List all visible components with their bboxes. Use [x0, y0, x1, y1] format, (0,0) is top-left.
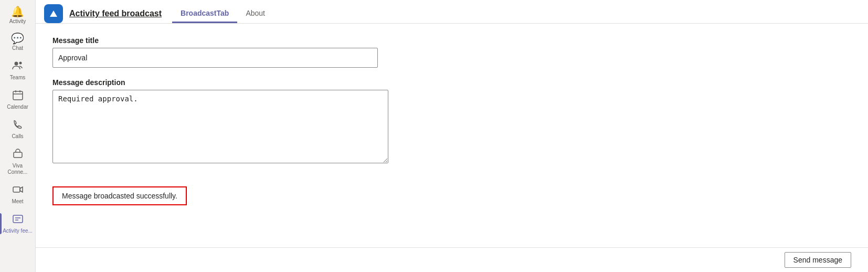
success-message-text: Message broadcasted successfully. [62, 192, 177, 200]
sidebar-item-label: Viva Conne... [2, 163, 33, 175]
sidebar-item-calendar[interactable]: Calendar [0, 85, 35, 114]
sidebar-item-label: Meet [12, 198, 23, 205]
tab-about[interactable]: About [237, 5, 273, 23]
message-description-textarea[interactable]: Required approval. [52, 90, 388, 163]
form-section: Message title Message description Requir… [52, 36, 851, 163]
svg-rect-8 [13, 215, 23, 223]
sidebar-item-chat[interactable]: 💬 Chat [0, 29, 35, 56]
sidebar-item-label: Calls [12, 133, 23, 140]
sidebar-item-activityfeed[interactable]: Activity fee... [0, 209, 35, 238]
sidebar-item-teams[interactable]: Teams [0, 56, 35, 85]
sidebar-item-label: Chat [12, 45, 23, 51]
svg-point-1 [19, 62, 22, 65]
viva-icon [12, 148, 24, 161]
tabs-container: BroadcastTab About [172, 5, 273, 23]
teams-icon [12, 60, 24, 73]
sidebar-item-label: Activity fee... [3, 228, 33, 234]
svg-point-0 [14, 62, 18, 66]
sidebar-item-label: Calendar [7, 104, 28, 110]
content-area: Message title Message description Requir… [36, 24, 868, 247]
app-title: Activity feed broadcast [69, 9, 162, 18]
success-message-box: Message broadcasted successfully. [52, 186, 187, 205]
calendar-icon [12, 89, 24, 102]
app-icon [44, 4, 63, 23]
send-message-button[interactable]: Send message [785, 252, 851, 268]
sidebar-item-label: Teams [10, 75, 25, 81]
sidebar-item-calls[interactable]: Calls [0, 114, 35, 144]
sidebar-item-label: Activity [9, 18, 26, 25]
message-title-label: Message title [52, 36, 851, 45]
meet-icon [12, 184, 24, 197]
message-title-input[interactable] [52, 48, 378, 68]
message-description-group: Message description Required approval. [52, 78, 851, 163]
svg-rect-7 [13, 187, 20, 192]
sidebar: 🔔 Activity 💬 Chat Teams Calenda [0, 0, 36, 272]
tab-broadcast[interactable]: BroadcastTab [172, 5, 237, 23]
sidebar-item-activity[interactable]: 🔔 Activity [0, 2, 35, 29]
message-title-group: Message title [52, 36, 851, 68]
svg-rect-2 [13, 91, 23, 100]
calls-icon [12, 119, 24, 132]
message-description-label: Message description [52, 78, 851, 87]
activityfeed-icon [12, 213, 24, 226]
bottom-action-row: Send message [36, 247, 868, 272]
status-area: Message broadcasted successfully. [52, 182, 851, 205]
chat-icon: 💬 [11, 33, 24, 44]
svg-rect-6 [14, 152, 22, 158]
sidebar-item-viva[interactable]: Viva Conne... [0, 144, 35, 180]
app-header: Activity feed broadcast BroadcastTab Abo… [36, 0, 868, 24]
sidebar-item-meet[interactable]: Meet [0, 180, 35, 209]
activity-icon: 🔔 [11, 6, 24, 17]
main-panel: Activity feed broadcast BroadcastTab Abo… [36, 0, 868, 272]
